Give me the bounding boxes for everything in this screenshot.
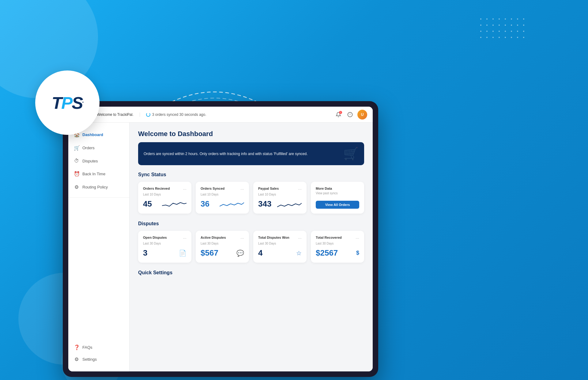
disputes-title: Disputes [138, 221, 364, 226]
open-disputes-value: 3 [143, 248, 147, 258]
orders-synced-menu[interactable]: ··· [240, 187, 244, 192]
view-all-orders-button[interactable]: View All Orders [316, 201, 359, 209]
orders-synced-sub: Last 10 Days [201, 193, 244, 196]
messages-icon[interactable] [346, 110, 354, 119]
disputes-won-card: Total Disputes Won ··· Last 30 Days 4 ☆ [253, 231, 307, 263]
disputes-grid: Open Disputes ··· Last 30 Days 3 📄 Activ… [138, 231, 364, 263]
paypal-sales-card: Paypal Sales ··· Last 10 Days 343 [253, 182, 307, 214]
orders-received-value: 45 [143, 199, 152, 209]
open-disputes-card: Open Disputes ··· Last 30 Days 3 📄 [138, 231, 191, 263]
orders-synced-label: Orders Synced [201, 187, 224, 190]
sidebar-item-label-faqs: FAQs [82, 345, 92, 350]
paypal-sales-menu[interactable]: ··· [298, 187, 302, 192]
sync-spinner-icon [146, 112, 150, 117]
user-avatar[interactable]: U [357, 110, 367, 120]
info-banner: Orders are synced within 2 hours. Only o… [138, 142, 364, 165]
paypal-sales-row: 343 [258, 199, 302, 209]
sidebar-item-settings[interactable]: ⚙ Settings [68, 353, 129, 365]
open-disputes-sub: Last 30 Days [143, 242, 187, 245]
sidebar-item-label-routing-policy: Routing Policy [82, 185, 108, 189]
sidebar-item-label-settings: Settings [82, 357, 97, 362]
open-disputes-menu[interactable]: ··· [183, 236, 187, 241]
top-bar-actions: 1 U [334, 110, 367, 120]
disputes-won-menu[interactable]: ··· [298, 236, 302, 241]
sync-status: 3 orders synced 30 seconds ago. [146, 112, 206, 117]
open-disputes-icon: 📄 [179, 249, 187, 257]
more-data-sub: View past syncs [316, 192, 359, 195]
active-disputes-icon: 💬 [236, 249, 244, 257]
more-data-card: More Data View past syncs View All Order… [311, 182, 364, 214]
active-disputes-row: $567 💬 [201, 248, 244, 258]
total-recovered-row: $2567 $ [316, 248, 359, 258]
orders-received-sub: Last 10 Days [143, 193, 187, 196]
disputes-won-label: Total Disputes Won [258, 236, 289, 239]
dashboard-title: Welcome to Dashboard [138, 130, 364, 138]
sidebar-item-label-disputes: Disputes [82, 159, 98, 163]
paypal-sales-value: 343 [258, 199, 271, 209]
notification-bell[interactable]: 1 [334, 110, 343, 119]
open-disputes-header: Open Disputes ··· [143, 236, 187, 241]
total-recovered-card: Total Recovered ··· Last 30 Days $2567 $ [311, 231, 364, 263]
orders-received-card: Orders Recieved ··· Last 10 Days 45 [138, 182, 191, 214]
orders-synced-card: Orders Synced ··· Last 10 Days 36 [196, 182, 249, 214]
tablet-frame: rckipal Welcome to TrackiPal. 3 orders s… [63, 101, 378, 377]
orders-icon: 🛒 [74, 145, 79, 151]
faqs-icon: ❓ [74, 344, 79, 350]
total-recovered-icon: $ [356, 250, 359, 256]
sync-text: 3 orders synced 30 seconds ago. [152, 112, 206, 117]
sidebar-item-label-dashboard: Dashboard [82, 132, 103, 137]
orders-received-menu[interactable]: ··· [183, 187, 187, 192]
back-in-time-icon: ⏰ [74, 171, 79, 177]
active-disputes-label: Active Disputes [201, 236, 226, 239]
active-disputes-sub: Last 30 Days [201, 242, 244, 245]
open-disputes-label: Open Disputes [143, 236, 167, 239]
sidebar-item-disputes[interactable]: ⏱ Disputes [68, 155, 129, 167]
active-disputes-header: Active Disputes ··· [201, 236, 244, 241]
orders-synced-value: 36 [201, 199, 209, 209]
logo-circle: TPS. [35, 70, 100, 135]
routing-policy-icon: ⚙ [74, 184, 79, 190]
total-recovered-label: Total Recovered [316, 236, 342, 239]
orders-received-sparkline [162, 200, 187, 209]
orders-received-label: Orders Recieved [143, 187, 170, 190]
sidebar-item-label-orders: Orders [82, 146, 95, 150]
sync-stats-grid: Orders Recieved ··· Last 10 Days 45 [138, 182, 364, 214]
active-disputes-menu[interactable]: ··· [240, 236, 244, 241]
active-disputes-card: Active Disputes ··· Last 30 Days $567 💬 [196, 231, 249, 263]
disputes-icon: ⏱ [74, 158, 79, 164]
more-data-header: More Data [316, 187, 359, 190]
welcome-message: Welcome to TrackiPal. [97, 112, 140, 117]
dashboard-content: Welcome to Dashboard Orders are synced w… [130, 123, 373, 371]
sidebar-item-orders[interactable]: 🛒 Orders [68, 142, 129, 154]
paypal-sales-label: Paypal Sales [258, 187, 279, 190]
orders-received-row: 45 [143, 199, 187, 209]
sidebar-item-label-back-in-time: Back In Time [82, 172, 105, 176]
total-recovered-header: Total Recovered ··· [316, 236, 359, 241]
disputes-won-sub: Last 30 Days [258, 242, 302, 245]
orders-received-header: Orders Recieved ··· [143, 187, 187, 192]
top-bar: rckipal Welcome to TrackiPal. 3 orders s… [68, 107, 373, 123]
total-recovered-menu[interactable]: ··· [356, 236, 359, 241]
active-disputes-value: $567 [201, 248, 218, 258]
open-disputes-row: 3 📄 [143, 248, 187, 258]
sidebar: 🏠 Dashboard 🛒 Orders ⏱ Disputes ⏰ Back I… [68, 123, 130, 371]
notification-badge: 1 [339, 111, 342, 114]
paypal-sales-sub: Last 10 Days [258, 193, 302, 196]
disputes-won-row: 4 ☆ [258, 248, 302, 258]
sidebar-item-faqs[interactable]: ❓ FAQs [68, 341, 129, 353]
info-banner-text: Orders are synced within 2 hours. Only o… [144, 152, 343, 156]
disputes-won-value: 4 [258, 248, 262, 258]
paypal-sales-sparkline [277, 200, 302, 209]
sidebar-item-routing-policy[interactable]: ⚙ Routing Policy [68, 181, 129, 193]
sync-status-title: Sync Status [138, 172, 364, 177]
logo-text: TPS. [52, 93, 83, 113]
quick-settings-title: Quick Settings [138, 270, 364, 276]
main-content: 🏠 Dashboard 🛒 Orders ⏱ Disputes ⏰ Back I… [68, 123, 373, 371]
disputes-won-header: Total Disputes Won ··· [258, 236, 302, 241]
sidebar-divider [68, 197, 129, 198]
sidebar-bottom: ❓ FAQs ⚙ Settings [68, 341, 129, 365]
more-data-label: More Data [316, 187, 332, 190]
bg-dots [480, 18, 527, 40]
orders-synced-row: 36 [201, 199, 244, 209]
sidebar-item-back-in-time[interactable]: ⏰ Back In Time [68, 168, 129, 180]
